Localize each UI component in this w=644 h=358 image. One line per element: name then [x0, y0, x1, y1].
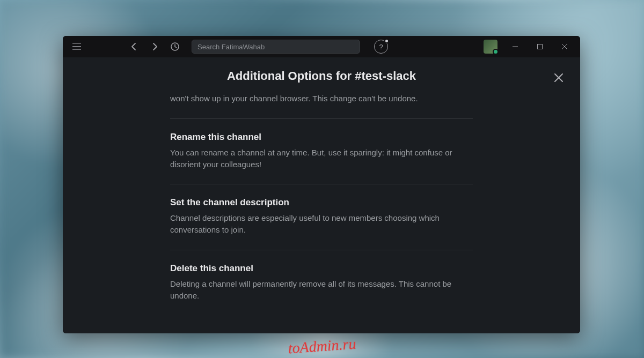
option-title: Set the channel description: [170, 197, 473, 208]
minimize-button[interactable]: [503, 36, 528, 57]
notification-dot-icon: [384, 39, 389, 43]
window-close-button[interactable]: [552, 36, 577, 57]
slack-window: Search FatimaWahab ? Addition: [63, 36, 580, 333]
modal-dialog: Additional Options for #test-slack won't…: [63, 57, 580, 333]
option-desc: Channel descriptions are especially usef…: [170, 212, 473, 236]
back-button[interactable]: [125, 38, 143, 56]
maximize-button[interactable]: [528, 36, 552, 57]
option-rename-channel[interactable]: Rename this channel You can rename a cha…: [170, 119, 473, 185]
modal-title: Additional Options for #test-slack: [95, 69, 548, 83]
option-desc: You can rename a channel at any time. Bu…: [170, 147, 473, 170]
option-set-description[interactable]: Set the channel description Channel desc…: [170, 184, 473, 250]
search-input[interactable]: Search FatimaWahab: [192, 40, 360, 54]
option-title: Rename this channel: [170, 132, 473, 143]
modal-channel-name: #test-slack: [355, 69, 416, 83]
titlebar: Search FatimaWahab ?: [63, 36, 580, 57]
option-archive-trailing[interactable]: won't show up in your channel browser. T…: [170, 93, 473, 119]
option-desc: won't show up in your channel browser. T…: [170, 93, 473, 105]
user-avatar[interactable]: [484, 40, 497, 54]
forward-button[interactable]: [145, 38, 164, 56]
menu-button[interactable]: [66, 36, 87, 57]
option-title: Delete this channel: [170, 263, 473, 274]
option-delete-channel[interactable]: Delete this channel Deleting a channel w…: [170, 250, 473, 316]
modal-close-button[interactable]: [550, 69, 567, 86]
history-button[interactable]: [166, 38, 184, 56]
search-placeholder: Search FatimaWahab: [197, 43, 265, 51]
modal-content: won't show up in your channel browser. T…: [63, 93, 580, 315]
help-button[interactable]: ?: [374, 40, 388, 54]
modal-title-prefix: Additional Options for: [227, 69, 352, 83]
svg-rect-1: [538, 44, 543, 49]
help-icon: ?: [379, 43, 383, 51]
option-desc: Deleting a channel will permanently remo…: [170, 278, 473, 302]
modal-header: Additional Options for #test-slack: [63, 57, 580, 93]
presence-active-icon: [493, 49, 499, 55]
